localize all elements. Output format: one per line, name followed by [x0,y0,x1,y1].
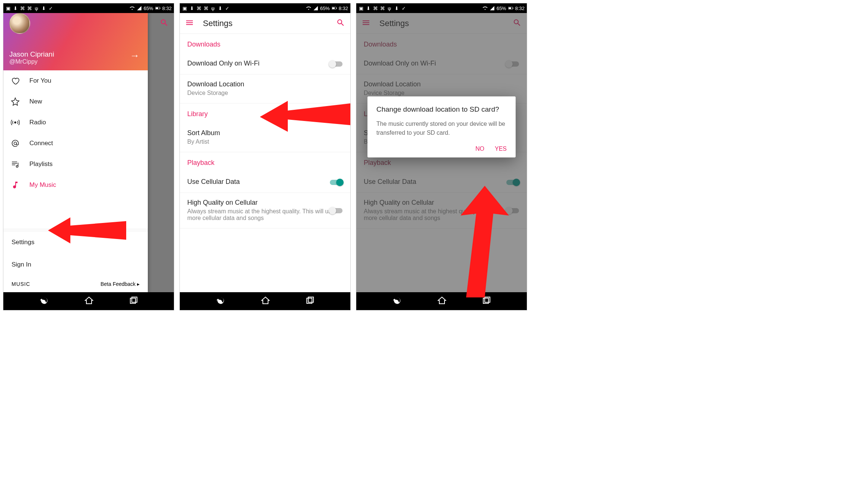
star-icon [11,97,20,106]
status-bar: ▣ ⬇ ⌘ ⌘ ψ ⬇ ✓ 65% 8:32 [3,3,174,13]
arrow-right-icon[interactable]: → [130,50,140,61]
section-header-playback: Playback [180,152,350,172]
at-icon [11,139,20,148]
toggle-switch[interactable] [329,179,344,186]
battery-percent: 65% [497,6,506,11]
status-bar: ▣ ⬇ ⌘ ⌘ ψ ⬇ ✓ 65% 8:32 [356,3,527,13]
heart-icon [11,76,20,85]
battery-percent: 65% [144,6,153,11]
download-icon: ⬇ [217,6,223,11]
beta-feedback-link[interactable]: Beta Feedback ▸ [101,281,140,287]
setting-title: Use Cellular Data [187,178,343,186]
home-icon[interactable] [261,296,270,306]
drawer-item-sign-in[interactable]: Sign In [3,253,148,276]
search-icon[interactable] [160,18,169,29]
music-icon [11,181,20,189]
svg-rect-10 [336,7,337,9]
setting-subtitle: Always stream music at the highest quali… [187,208,343,221]
code-icon: ⌘ [27,6,32,11]
search-icon[interactable] [336,18,345,29]
avatar[interactable] [9,13,30,34]
drawer-item-label: Radio [29,119,46,126]
code-icon: ⌘ [196,6,201,11]
svg-marker-12 [260,101,351,132]
drawer-item-label: For You [29,77,51,84]
code-icon: ⌘ [380,6,385,11]
dialog-message: The music currently stored on your devic… [376,119,507,137]
recent-icon[interactable] [482,296,491,306]
dialog-yes-button[interactable]: YES [495,146,507,152]
home-icon[interactable] [437,296,446,306]
drawer-item-connect[interactable]: Connect [3,133,148,154]
drawer-item-radio[interactable]: Radio [3,112,148,133]
phone-screen-3: ▣ ⬇ ⌘ ⌘ ψ ⬇ ✓ 65% 8:32 Settings Download… [356,3,527,310]
recent-icon[interactable] [129,296,138,306]
battery-icon [332,6,337,11]
page-title: Settings [203,19,336,28]
download-icon: ⬇ [13,6,18,11]
setting-download-only-wifi[interactable]: Download Only on Wi-Fi [180,54,350,74]
battery-percent: 65% [320,6,330,11]
usb-icon: ψ [387,6,392,11]
annotation-arrow [48,214,126,247]
playlist-icon [11,160,20,169]
android-nav-bar [180,292,350,310]
usb-icon: ψ [34,6,39,11]
svg-marker-18 [461,186,509,297]
battery-icon [508,6,513,11]
app-bar: Settings [180,13,350,34]
menu-icon[interactable] [185,18,194,29]
drawer-item-label: Connect [29,140,53,147]
svg-marker-6 [48,217,126,243]
confirm-dialog: Change download location to SD card? The… [367,96,516,157]
toggle-switch[interactable] [329,60,344,68]
wifi-icon [130,6,135,11]
signal-icon [137,6,142,11]
setting-subtitle: By Artist [187,138,343,145]
setting-use-cellular-data[interactable]: Use Cellular Data [180,172,350,193]
brand-label: MUSIC [12,281,30,287]
wifi-icon [482,6,488,11]
android-nav-bar [3,292,174,310]
svg-point-3 [15,122,16,123]
svg-rect-17 [509,7,511,9]
setting-title: Download Only on Wi-Fi [187,60,343,67]
usb-icon: ψ [210,6,216,11]
drawer-header[interactable]: Jason Cipriani @MrCippy → [3,13,148,70]
download-icon: ⬇ [394,6,399,11]
clock: 8:32 [515,6,525,11]
drawer-item-playlists[interactable]: Playlists [3,154,148,175]
back-icon[interactable] [392,296,402,307]
download-icon: ⬇ [189,6,194,11]
back-icon[interactable] [39,296,49,307]
phone-screen-1: ▣ ⬇ ⌘ ⌘ ψ ⬇ ✓ 65% 8:32 Jason Cipriani @M… [3,3,174,310]
recent-icon[interactable] [306,296,315,306]
radio-icon [11,118,20,127]
wifi-icon [306,6,311,11]
toggle-switch[interactable] [329,207,344,214]
section-header-downloads: Downloads [180,34,350,54]
code-icon: ⌘ [203,6,208,11]
dialog-no-button[interactable]: NO [475,146,484,152]
signal-icon [490,6,495,11]
drawer-item-for-you[interactable]: For You [3,70,148,91]
back-icon[interactable] [216,296,225,307]
drawer-item-new[interactable]: New [3,91,148,112]
dialog-title: Change download location to SD card? [376,105,507,114]
image-icon: ▣ [6,6,11,11]
svg-rect-1 [160,7,160,9]
setting-high-quality-cellular[interactable]: High Quality on Cellular Always stream m… [180,193,350,229]
battery-icon [155,6,160,11]
status-bar: ▣ ⬇ ⌘ ⌘ ψ ⬇ ✓ 65% 8:32 [180,3,350,13]
download-icon: ⬇ [41,6,46,11]
assignment-icon: ✓ [401,6,406,11]
drawer-item-my-music[interactable]: My Music [3,175,148,195]
settings-list[interactable]: Downloads Download Only on Wi-Fi Downloa… [180,34,350,292]
home-icon[interactable] [85,296,93,306]
profile-handle: @MrCippy [9,58,54,65]
code-icon: ⌘ [20,6,25,11]
svg-point-4 [14,142,17,145]
annotation-arrow [457,186,513,297]
annotation-arrow [260,96,351,134]
phone-screen-2: ▣ ⬇ ⌘ ⌘ ψ ⬇ ✓ 65% 8:32 Settings Download… [179,3,351,310]
